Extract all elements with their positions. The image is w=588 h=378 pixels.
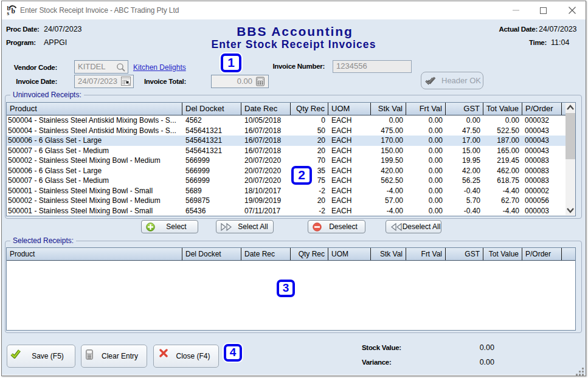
svg-text:b: b (12, 7, 15, 15)
svg-text:s: s (7, 10, 10, 16)
